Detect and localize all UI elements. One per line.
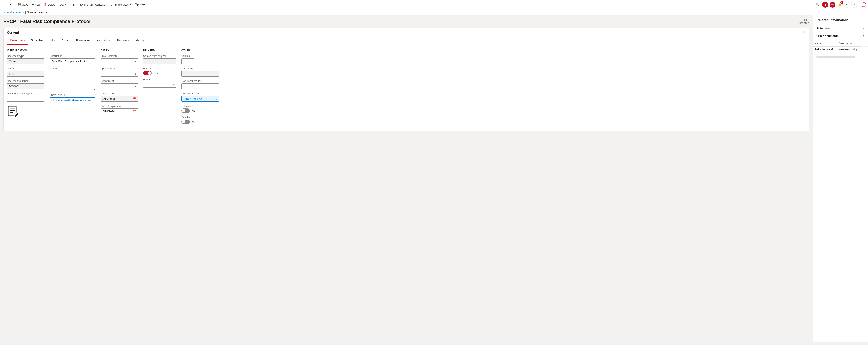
master-toggle-label: Yes xyxy=(153,72,158,75)
print-button[interactable]: Print xyxy=(68,2,77,7)
notification-icon-btn[interactable]: 🔔 0 xyxy=(837,2,843,8)
description-input[interactable] xyxy=(50,58,95,64)
doc-type-input[interactable] xyxy=(7,58,44,64)
sharepoint-field: SharePoint URL xyxy=(50,94,95,103)
parent-label: Parent xyxy=(143,78,176,81)
scrollbar-thumb[interactable] xyxy=(816,56,855,58)
breadcrumb: Other documents | Standard view ▾ xyxy=(0,9,868,15)
notification-badge: 0 xyxy=(840,1,843,4)
doc-pack-select-wrapper: FRCP Doc Pack xyxy=(181,96,219,102)
follow-up-toggle-row: No xyxy=(181,108,219,113)
activities-header[interactable]: Activities ∨ xyxy=(813,25,868,32)
sharepoint-label: SharePoint URL xyxy=(50,94,95,97)
activities-collapse-button[interactable]: ∨ xyxy=(863,27,865,30)
tab-clause[interactable]: Clause xyxy=(59,37,73,44)
approval-team-select[interactable] xyxy=(100,71,138,77)
tab-appendixes[interactable]: Appendixes xyxy=(93,37,114,44)
tab-cover-page[interactable]: Cover page xyxy=(7,37,28,44)
view-selector[interactable]: Standard view ▾ xyxy=(27,11,47,14)
master-toggle[interactable] xyxy=(143,71,152,75)
right-panel: Related information Activities ∨ Sub doc… xyxy=(813,15,868,342)
memo-field: Memo xyxy=(50,67,95,91)
document-icon xyxy=(7,105,44,119)
tab-index[interactable]: Index xyxy=(46,37,59,44)
locked-by-label: Locked by xyxy=(181,67,219,70)
follow-up-toggle[interactable] xyxy=(181,108,190,113)
tab-preamble[interactable]: Preamble xyxy=(28,37,46,44)
send-email-button[interactable]: Send email notification xyxy=(78,2,109,7)
locked-by-input[interactable] xyxy=(181,71,219,77)
date-expiration-input[interactable] xyxy=(100,108,138,114)
save-button[interactable]: 💾 Save xyxy=(16,2,30,7)
doc-pack-field: Document pack FRCP Doc Pack xyxy=(181,92,219,102)
menu-button[interactable]: ≡ xyxy=(8,2,13,7)
back-icon: ← xyxy=(3,3,6,6)
tabs-bar: Cover page Preamble Index Clause Referen… xyxy=(4,37,809,45)
email-template-field: Email template xyxy=(100,55,138,64)
identification-title: IDENTIFICATION xyxy=(7,49,44,51)
back-button[interactable]: ← xyxy=(2,2,8,7)
baseline-toggle-label: No xyxy=(192,120,195,123)
email-template-select[interactable] xyxy=(100,58,138,64)
parent-select[interactable] xyxy=(143,82,176,88)
doc-icon-area xyxy=(7,105,44,119)
row-name[interactable]: Policy template1 xyxy=(813,47,837,53)
approval-team-label: Approval team xyxy=(100,67,138,70)
pdf-template-select[interactable] xyxy=(7,96,44,102)
doc-number-input[interactable] xyxy=(7,83,44,89)
name-input[interactable] xyxy=(7,71,44,77)
copied-from-input[interactable] xyxy=(143,58,176,64)
approval-team-select-wrapper xyxy=(100,71,138,77)
breadcrumb-link[interactable]: Other documents xyxy=(3,11,24,14)
doc-request-input[interactable] xyxy=(181,83,219,89)
department-label: Department xyxy=(100,80,138,82)
sharepoint-input[interactable] xyxy=(50,98,95,103)
office-icon-btn[interactable]: W xyxy=(830,2,835,8)
follow-up-toggle-thumb xyxy=(182,109,185,112)
sub-documents-table: Name Description ⋮ Policy template1 Need… xyxy=(813,40,868,53)
status-label: Status xyxy=(799,19,809,21)
activities-section: Activities ∨ xyxy=(813,25,868,32)
tab-history[interactable]: History xyxy=(133,37,147,44)
tab-references[interactable]: References xyxy=(73,37,93,44)
search-button[interactable]: 🔍 xyxy=(814,2,821,7)
card-header: Content ∧ xyxy=(4,28,809,37)
memo-textarea[interactable] xyxy=(50,71,95,90)
sub-documents-header[interactable]: Sub documents ∧ xyxy=(813,32,868,40)
card-collapse-button[interactable]: ∧ xyxy=(803,30,806,34)
other-section: OTHER Version Locked by Document request xyxy=(181,49,224,127)
tab-signatures[interactable]: Signatures xyxy=(114,37,133,44)
diamond-icon-btn[interactable]: ◆ xyxy=(822,2,828,8)
status-block: Status Created xyxy=(799,19,809,25)
department-select[interactable] xyxy=(100,83,138,89)
breadcrumb-separator: | xyxy=(25,11,26,14)
new-button[interactable]: + New xyxy=(30,2,42,7)
approval-team-field: Approval team xyxy=(100,67,138,77)
filter-icon-btn[interactable]: ! xyxy=(862,2,866,7)
name-label: Name xyxy=(7,67,44,70)
menu-icon: ≡ xyxy=(10,3,12,6)
master-field: Master Yes xyxy=(143,67,176,75)
memo-label: Memo xyxy=(50,67,95,70)
form-sections: IDENTIFICATION Document type Name Docume… xyxy=(4,45,809,131)
version-input[interactable] xyxy=(181,58,194,64)
copy-button[interactable]: Copy xyxy=(58,2,67,7)
options-button[interactable]: Options xyxy=(133,2,147,7)
expand-icon-btn[interactable]: ⤢ xyxy=(851,2,857,8)
delete-button[interactable]: 🗑 Delete xyxy=(42,2,57,7)
refresh-icon-btn[interactable]: ↻ xyxy=(844,2,850,8)
sub-documents-collapse-button[interactable]: ∧ xyxy=(863,34,865,38)
separator-2 xyxy=(859,2,860,7)
master-toggle-row: Yes xyxy=(143,71,176,75)
change-status-button[interactable]: Change status ▾ xyxy=(109,2,133,7)
status-value: Created xyxy=(799,21,809,25)
identification-section: IDENTIFICATION Document type Name Docume… xyxy=(7,49,50,127)
more-options-button[interactable]: ⋮ xyxy=(861,40,868,47)
master-toggle-thumb xyxy=(148,71,151,75)
change-status-chevron-icon: ▾ xyxy=(129,3,131,6)
doc-pack-select[interactable]: FRCP Doc Pack xyxy=(181,96,219,102)
related-info-title: Related information xyxy=(813,15,868,25)
baseline-toggle[interactable] xyxy=(181,119,190,124)
date-created-label: Date created xyxy=(100,92,138,95)
date-created-input[interactable] xyxy=(100,96,138,102)
